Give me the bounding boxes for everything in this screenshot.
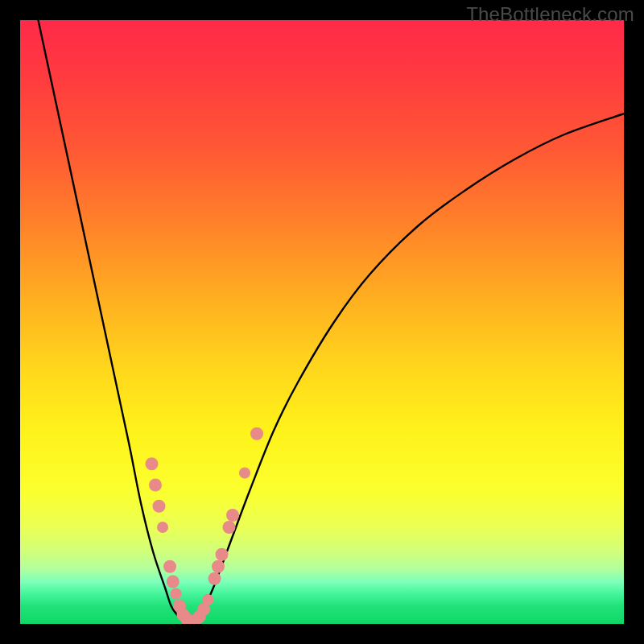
data-point [212,560,225,573]
data-point [250,427,263,440]
chart-svg [20,20,624,624]
data-point [167,576,180,588]
data-point [153,500,166,513]
data-point [216,548,229,561]
data-point [208,572,221,585]
data-point [226,509,239,522]
curve-right [189,114,624,622]
data-point [171,588,182,600]
data-point [163,560,176,573]
watermark-text: TheBottleneck.com [466,3,634,26]
data-point [239,468,250,479]
data-point [149,479,162,492]
data-point [223,521,236,534]
data-point [202,594,213,605]
data-point [157,522,168,533]
data-point [146,457,159,470]
curve-left [39,20,190,623]
data-point-markers [146,427,264,624]
chart-plot-area [20,20,624,624]
